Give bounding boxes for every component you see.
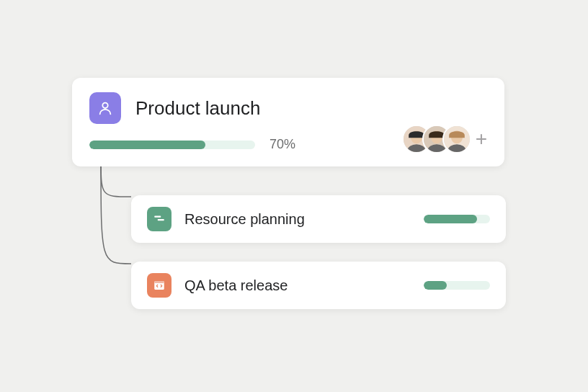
svg-point-0 (102, 103, 107, 108)
parent-goal-card[interactable]: Product launch 70% + (72, 78, 504, 166)
child-goal-card[interactable]: Resource planning (131, 195, 506, 243)
person-icon (89, 92, 121, 124)
progress-bar (89, 141, 255, 149)
svg-rect-10 (154, 216, 161, 218)
parent-goal-title: Product launch (135, 97, 260, 120)
progress-percent-label: 70% (270, 137, 295, 152)
add-collaborator-button[interactable]: + (476, 129, 487, 149)
svg-rect-11 (158, 219, 164, 220)
progress-bar (424, 281, 490, 290)
child-goal-title: Resource planning (184, 211, 411, 228)
code-icon (147, 273, 172, 298)
child-goal-title: QA beta release (184, 277, 411, 294)
child-goal-card[interactable]: QA beta release (131, 262, 506, 309)
avatar[interactable] (442, 125, 471, 153)
svg-rect-13 (154, 281, 164, 283)
collaborator-avatars: + (411, 125, 487, 153)
list-icon (147, 207, 172, 231)
progress-bar (424, 215, 490, 223)
